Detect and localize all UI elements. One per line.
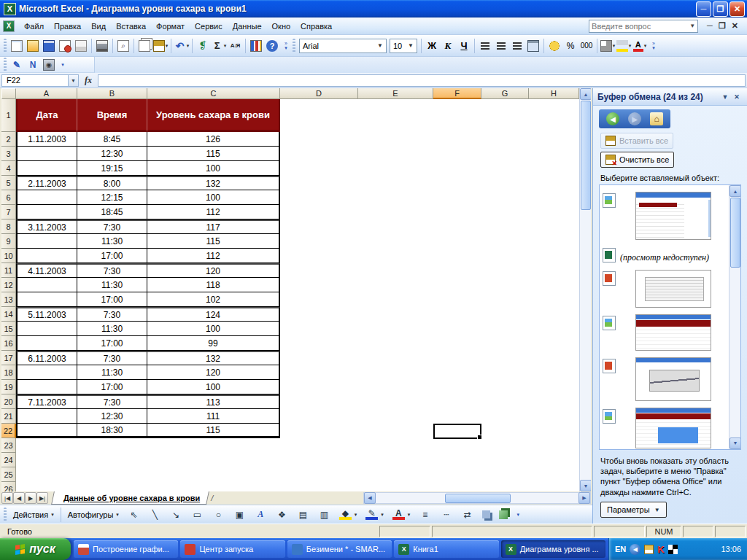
cell-A9[interactable] xyxy=(16,234,77,249)
cell-E17[interactable] xyxy=(358,351,433,365)
clip-scroll-down-icon[interactable]: ▼ xyxy=(729,438,741,449)
cell-E7[interactable] xyxy=(358,205,433,219)
diagram-button[interactable]: ❖ xyxy=(271,507,293,522)
column-header-B[interactable]: B xyxy=(77,88,147,99)
cell-G8[interactable] xyxy=(481,219,529,234)
scroll-down-icon[interactable]: ▼ xyxy=(580,480,591,491)
align-center-button[interactable] xyxy=(493,38,509,54)
row-header-3[interactable]: 3 xyxy=(1,147,16,161)
italic-button[interactable]: К xyxy=(440,38,456,54)
cell-A22[interactable] xyxy=(16,424,77,438)
cell-B6[interactable]: 12:15 xyxy=(77,190,147,205)
cell-B9[interactable]: 11:30 xyxy=(77,234,147,249)
wordart-button[interactable]: A xyxy=(250,507,271,522)
cell-G3[interactable] xyxy=(481,147,529,161)
horizontal-scroll-thumb[interactable] xyxy=(445,494,511,503)
taskbar-button[interactable]: Безимени * - SMAR... xyxy=(287,540,392,558)
cell-H5[interactable] xyxy=(529,176,579,190)
cell-C26[interactable] xyxy=(147,482,280,491)
cell-G22[interactable] xyxy=(481,424,529,438)
cell-A19[interactable] xyxy=(16,380,77,394)
cell-G23[interactable] xyxy=(481,438,529,453)
cell-D13[interactable] xyxy=(280,292,358,307)
cell-H1[interactable] xyxy=(529,99,579,132)
copy-button[interactable] xyxy=(136,38,152,54)
row-header-8[interactable]: 8 xyxy=(1,219,16,234)
cell-A25[interactable] xyxy=(16,467,77,482)
options-button[interactable]: Параметры ▼ xyxy=(600,502,667,518)
camera-button[interactable]: ◉ xyxy=(41,57,57,73)
hyperlink-button[interactable]: ❡ xyxy=(195,38,211,54)
cell-F12[interactable] xyxy=(433,278,481,292)
line-style-button[interactable]: ≡ xyxy=(414,507,436,522)
cell-H8[interactable] xyxy=(529,219,579,234)
cell-E11[interactable] xyxy=(358,263,433,278)
cell-D14[interactable] xyxy=(280,307,358,322)
cell-F2[interactable] xyxy=(433,132,481,147)
cell-B5[interactable]: 8:00 xyxy=(77,176,147,190)
cell-C9[interactable]: 115 xyxy=(147,234,280,249)
formula-input[interactable] xyxy=(98,74,746,87)
start-button[interactable]: пуск xyxy=(0,538,71,560)
row-header-23[interactable]: 23 xyxy=(1,438,16,453)
cell-E3[interactable] xyxy=(358,147,433,161)
cell-G15[interactable] xyxy=(481,322,529,336)
cell-F9[interactable] xyxy=(433,234,481,249)
cell-D18[interactable] xyxy=(280,365,358,380)
row-header-17[interactable]: 17 xyxy=(1,351,16,365)
cell-A21[interactable] xyxy=(16,409,77,424)
save-button[interactable] xyxy=(41,38,57,54)
cell-F17[interactable] xyxy=(433,351,481,365)
row-header-6[interactable]: 6 xyxy=(1,190,16,205)
row-header-15[interactable]: 15 xyxy=(1,322,16,336)
open-button[interactable] xyxy=(25,38,41,54)
cell-B19[interactable]: 17:00 xyxy=(77,380,147,394)
cell-G25[interactable] xyxy=(481,467,529,482)
cell-B14[interactable]: 7:30 xyxy=(77,307,147,322)
cell-A17[interactable]: 6.11.2003 xyxy=(16,351,77,365)
cell-C19[interactable]: 100 xyxy=(147,380,280,394)
mail-button[interactable] xyxy=(73,38,89,54)
cell-H20[interactable] xyxy=(529,394,579,409)
clipart-button[interactable]: ▤ xyxy=(293,507,314,522)
fill-color-button[interactable]: ▾ xyxy=(616,38,632,54)
align-left-button[interactable] xyxy=(477,38,493,54)
cell-A24[interactable] xyxy=(16,453,77,467)
doc-close-button[interactable]: ✕ xyxy=(732,21,738,31)
cell-E26[interactable] xyxy=(358,482,433,491)
clipboard-item-2[interactable]: (просмотр недоступен) xyxy=(603,246,726,263)
cell-D1[interactable] xyxy=(280,99,358,132)
cell-H16[interactable] xyxy=(529,336,579,351)
vertical-scrollbar[interactable]: ▲▼ xyxy=(579,88,591,491)
column-header-F[interactable]: F xyxy=(433,88,481,99)
cell-B20[interactable]: 7:30 xyxy=(77,394,147,409)
cell-D3[interactable] xyxy=(280,147,358,161)
horizontal-scrollbar[interactable]: ◀ ▶ xyxy=(363,492,591,504)
cell-E1[interactable] xyxy=(358,99,433,132)
cell-G5[interactable] xyxy=(481,176,529,190)
cell-F16[interactable] xyxy=(433,336,481,351)
cell-D7[interactable] xyxy=(280,205,358,219)
cell-F18[interactable] xyxy=(433,365,481,380)
cell-E6[interactable] xyxy=(358,190,433,205)
cell-B2[interactable]: 8:45 xyxy=(77,132,147,147)
autosum-button[interactable]: Σ▾ xyxy=(211,38,227,54)
row-header-18[interactable]: 18 xyxy=(1,365,16,380)
cell-B21[interactable]: 12:30 xyxy=(77,409,147,424)
cell-G24[interactable] xyxy=(481,453,529,467)
clipboard-item-5[interactable] xyxy=(603,357,726,401)
cell-E20[interactable] xyxy=(358,394,433,409)
toolbar-grip2[interactable] xyxy=(293,39,295,53)
cell-G6[interactable] xyxy=(481,190,529,205)
cell-E25[interactable] xyxy=(358,467,433,482)
permission-button[interactable] xyxy=(57,38,73,54)
cell-C2[interactable]: 126 xyxy=(147,132,280,147)
row-header-22[interactable]: 22 xyxy=(1,424,16,438)
scroll-right-icon[interactable]: ▶ xyxy=(578,492,590,504)
cell-E4[interactable] xyxy=(358,161,433,176)
undo-button[interactable]: ↶▾ xyxy=(174,38,190,54)
autoshapes-menu[interactable]: Автофигуры▾ xyxy=(63,509,123,521)
switcher-icon[interactable] xyxy=(668,545,678,554)
row-header-4[interactable]: 4 xyxy=(1,161,16,176)
cell-D11[interactable] xyxy=(280,263,358,278)
